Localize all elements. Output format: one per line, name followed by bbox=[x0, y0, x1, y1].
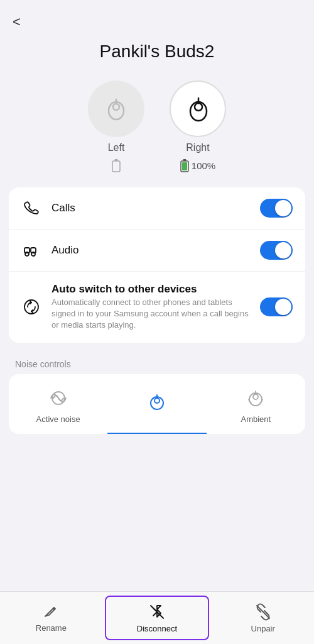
header: < bbox=[0, 0, 314, 36]
pencil-icon bbox=[43, 604, 59, 620]
unlink-icon bbox=[254, 603, 272, 621]
autoswitch-subtitle: Automatically connect to other phones an… bbox=[51, 297, 250, 331]
settings-card: Calls Audio bbox=[9, 187, 305, 343]
off-item[interactable] bbox=[107, 374, 206, 434]
bottom-nav: Rename Disconnect Unpair bbox=[0, 591, 314, 644]
svg-point-21 bbox=[253, 394, 258, 399]
svg-point-1 bbox=[113, 104, 119, 110]
left-earbud-icon bbox=[100, 93, 132, 125]
ambient-item[interactable]: Ambient bbox=[207, 374, 305, 434]
off-icon bbox=[146, 391, 168, 413]
autoswitch-toggle[interactable] bbox=[260, 297, 293, 316]
calls-row: Calls bbox=[9, 187, 305, 230]
right-battery: 100% bbox=[180, 158, 215, 172]
battery-empty-icon bbox=[112, 158, 121, 172]
svg-line-24 bbox=[257, 606, 269, 618]
rename-nav-item[interactable]: Rename bbox=[0, 592, 102, 644]
unpair-label: Unpair bbox=[251, 624, 275, 633]
autoswitch-icon bbox=[21, 297, 41, 316]
ambient-label: Ambient bbox=[241, 414, 271, 424]
noise-section-label: Noise controls bbox=[0, 352, 314, 374]
active-noise-label: Active noise bbox=[36, 414, 80, 424]
right-label: Right bbox=[186, 142, 209, 153]
earbuds-section: Left bbox=[0, 74, 314, 187]
svg-rect-4 bbox=[115, 159, 118, 161]
audio-toggle[interactable] bbox=[260, 241, 293, 260]
left-label: Left bbox=[108, 142, 125, 153]
autoswitch-row: Auto switch to other devices Automatical… bbox=[9, 272, 305, 343]
back-button[interactable]: < bbox=[13, 11, 21, 33]
active-noise-item[interactable]: Active noise bbox=[9, 374, 107, 434]
calls-title: Calls bbox=[51, 202, 250, 214]
disconnect-label: Disconnect bbox=[137, 624, 177, 633]
svg-point-6 bbox=[195, 103, 202, 111]
svg-rect-9 bbox=[183, 159, 186, 161]
svg-point-14 bbox=[25, 252, 29, 256]
noise-card: Active noise Am bbox=[9, 374, 305, 434]
right-battery-pct: 100% bbox=[192, 160, 215, 171]
battery-full-icon bbox=[180, 158, 189, 172]
calls-text: Calls bbox=[51, 202, 250, 214]
svg-point-13 bbox=[31, 252, 35, 256]
audio-text: Audio bbox=[51, 244, 250, 257]
svg-point-18 bbox=[154, 398, 160, 403]
active-noise-icon bbox=[47, 387, 70, 409]
ambient-icon bbox=[244, 387, 267, 409]
phone-icon bbox=[21, 200, 41, 216]
audio-icon bbox=[21, 242, 41, 259]
unpair-nav-item[interactable]: Unpair bbox=[212, 592, 314, 644]
right-earbud-circle bbox=[170, 80, 226, 137]
autoswitch-text: Auto switch to other devices Automatical… bbox=[51, 283, 250, 331]
calls-toggle[interactable] bbox=[260, 199, 293, 218]
rename-label: Rename bbox=[36, 623, 67, 633]
disconnect-nav-item[interactable]: Disconnect bbox=[105, 596, 210, 640]
autoswitch-title: Auto switch to other devices bbox=[51, 283, 250, 296]
right-earbud: Right 100% bbox=[170, 80, 226, 172]
svg-rect-3 bbox=[112, 161, 120, 172]
audio-title: Audio bbox=[51, 244, 250, 257]
audio-row: Audio bbox=[9, 230, 305, 272]
right-earbud-icon bbox=[181, 92, 214, 125]
svg-rect-10 bbox=[182, 162, 187, 170]
left-battery bbox=[112, 158, 121, 172]
left-earbud: Left bbox=[88, 80, 144, 172]
device-title: Pankil's Buds2 bbox=[0, 36, 314, 74]
left-earbud-circle bbox=[88, 80, 144, 137]
bluetooth-off-icon bbox=[148, 603, 166, 621]
